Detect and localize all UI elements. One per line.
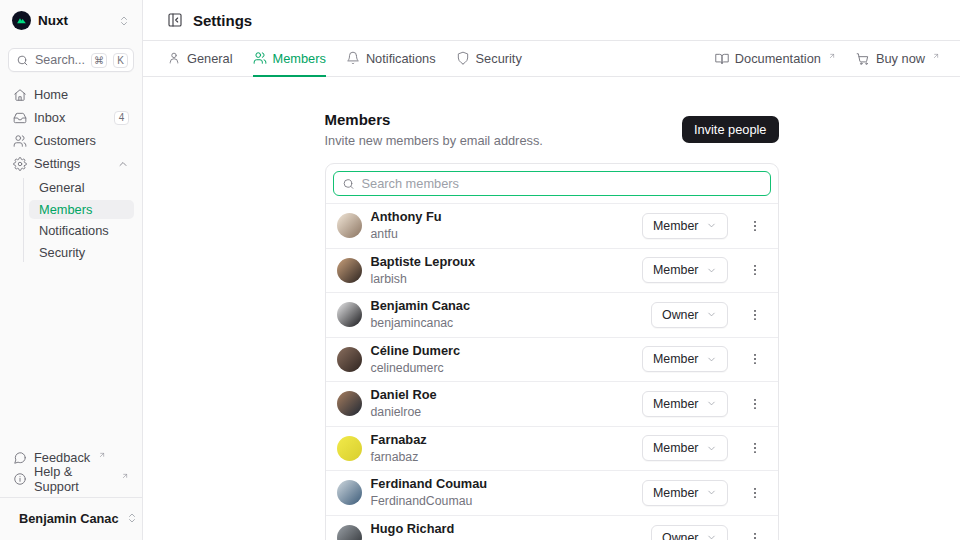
help-support-link[interactable]: Help & Support bbox=[8, 468, 134, 489]
members-search-input[interactable] bbox=[333, 171, 771, 196]
documentation-link[interactable]: Documentation bbox=[715, 51, 836, 66]
row-menu-button[interactable] bbox=[744, 217, 766, 235]
member-info: Farnabaz farnabaz bbox=[371, 433, 634, 464]
tab-security[interactable]: Security bbox=[456, 41, 522, 77]
chevron-down-icon bbox=[706, 443, 717, 454]
member-row: Daniel Roe danielroe Member bbox=[326, 382, 778, 427]
sidebar-search-placeholder: Search... bbox=[35, 53, 85, 67]
member-username: farnabaz bbox=[371, 450, 634, 464]
role-value: Member bbox=[653, 263, 698, 277]
nuxt-logo-icon bbox=[12, 11, 31, 30]
sidebar-item-general[interactable]: General bbox=[29, 178, 134, 198]
member-name: Hugo Richard bbox=[371, 522, 643, 537]
member-name: Benjamin Canac bbox=[371, 299, 643, 314]
member-name: Céline Dumerc bbox=[371, 344, 634, 359]
shield-icon bbox=[456, 51, 470, 65]
tab-label: Security bbox=[476, 51, 522, 66]
row-menu-button[interactable] bbox=[744, 306, 766, 324]
header-links: Documentation Buy now bbox=[715, 41, 940, 76]
role-select[interactable]: Owner bbox=[651, 525, 728, 540]
member-row: Benjamin Canac benjamincanac Owner bbox=[326, 293, 778, 338]
external-link-icon bbox=[932, 52, 940, 60]
team-selector[interactable]: Nuxt bbox=[8, 8, 134, 33]
chevron-down-icon bbox=[706, 265, 717, 276]
sidebar-item-notifications[interactable]: Notifications bbox=[29, 221, 134, 241]
sidebar-spacer bbox=[8, 262, 134, 447]
invite-people-button[interactable]: Invite people bbox=[682, 116, 779, 143]
sidebar-collapse-icon[interactable] bbox=[167, 12, 183, 28]
tab-members[interactable]: Members bbox=[253, 41, 326, 77]
chevron-up-down-icon bbox=[126, 512, 138, 524]
row-menu-button[interactable] bbox=[744, 395, 766, 413]
member-row: Céline Dumerc celinedumerc Member bbox=[326, 338, 778, 383]
chevron-down-icon bbox=[706, 354, 717, 365]
chevron-up-down-icon bbox=[118, 15, 130, 27]
sidebar-user-section: Benjamin Canac bbox=[0, 497, 142, 532]
chevron-down-icon bbox=[706, 487, 717, 498]
tabs: General Members Notifications Security bbox=[167, 41, 522, 76]
role-select[interactable]: Member bbox=[642, 257, 727, 283]
avatar bbox=[337, 436, 362, 461]
member-name: Anthony Fu bbox=[371, 210, 634, 225]
row-menu-button[interactable] bbox=[744, 350, 766, 368]
tab-general[interactable]: General bbox=[167, 41, 233, 77]
member-name: Daniel Roe bbox=[371, 388, 634, 403]
role-value: Member bbox=[653, 352, 698, 366]
section-subtitle: Invite new members by email address. bbox=[325, 133, 682, 148]
avatar bbox=[337, 347, 362, 372]
role-select[interactable]: Member bbox=[642, 435, 727, 461]
external-link-icon bbox=[121, 472, 129, 480]
avatar bbox=[337, 302, 362, 327]
row-menu-button[interactable] bbox=[744, 261, 766, 279]
help-support-label: Help & Support bbox=[34, 464, 113, 494]
role-select[interactable]: Member bbox=[642, 391, 727, 417]
gear-icon bbox=[13, 157, 27, 171]
role-value: Member bbox=[653, 219, 698, 233]
member-username: antfu bbox=[371, 227, 634, 241]
inbox-icon bbox=[13, 111, 27, 125]
sidebar-item-label: Customers bbox=[34, 133, 129, 148]
tab-label: Members bbox=[273, 51, 326, 66]
member-row: Farnabaz farnabaz Member bbox=[326, 427, 778, 472]
external-link-icon bbox=[828, 52, 836, 60]
home-icon bbox=[13, 88, 27, 102]
member-row: Ferdinand Coumau FerdinandCoumau Member bbox=[326, 471, 778, 516]
avatar bbox=[337, 480, 362, 505]
member-info: Daniel Roe danielroe bbox=[371, 388, 634, 419]
team-name: Nuxt bbox=[38, 13, 111, 28]
book-open-icon bbox=[715, 52, 729, 66]
row-menu-button[interactable] bbox=[744, 439, 766, 457]
member-username: celinedumerc bbox=[371, 361, 634, 375]
members-card: Anthony Fu antfu Member Baptiste Leproux… bbox=[325, 163, 779, 540]
user-menu[interactable]: Benjamin Canac bbox=[10, 506, 132, 530]
sidebar-item-settings[interactable]: Settings bbox=[8, 153, 134, 174]
tab-notifications[interactable]: Notifications bbox=[346, 41, 436, 77]
sidebar-search[interactable]: Search... ⌘ K bbox=[8, 48, 134, 72]
sidebar-item-home[interactable]: Home bbox=[8, 84, 134, 105]
member-info: Céline Dumerc celinedumerc bbox=[371, 344, 634, 375]
sidebar-item-label: Settings bbox=[34, 156, 110, 171]
documentation-label: Documentation bbox=[735, 51, 821, 66]
role-value: Member bbox=[653, 486, 698, 500]
buy-now-link[interactable]: Buy now bbox=[856, 51, 940, 66]
role-value: Owner bbox=[662, 531, 699, 540]
sidebar-item-inbox[interactable]: Inbox 4 bbox=[8, 107, 134, 128]
row-menu-button[interactable] bbox=[744, 529, 766, 540]
sidebar-item-customers[interactable]: Customers bbox=[8, 130, 134, 151]
member-info: Baptiste Leproux larbish bbox=[371, 255, 634, 286]
role-select[interactable]: Member bbox=[642, 213, 727, 239]
sidebar-item-security[interactable]: Security bbox=[29, 243, 134, 263]
role-select[interactable]: Member bbox=[642, 346, 727, 372]
row-menu-button[interactable] bbox=[744, 484, 766, 502]
member-name: Baptiste Leproux bbox=[371, 255, 634, 270]
member-name: Ferdinand Coumau bbox=[371, 477, 634, 492]
user-icon bbox=[167, 51, 181, 65]
avatar bbox=[337, 213, 362, 238]
tab-label: Notifications bbox=[366, 51, 436, 66]
member-username: benjamincanac bbox=[371, 316, 643, 330]
member-info: Hugo Richard hugorcd bbox=[371, 522, 643, 540]
sidebar-item-members[interactable]: Members bbox=[29, 200, 134, 220]
role-value: Owner bbox=[662, 308, 699, 322]
role-select[interactable]: Member bbox=[642, 480, 727, 506]
role-select[interactable]: Owner bbox=[651, 302, 728, 328]
